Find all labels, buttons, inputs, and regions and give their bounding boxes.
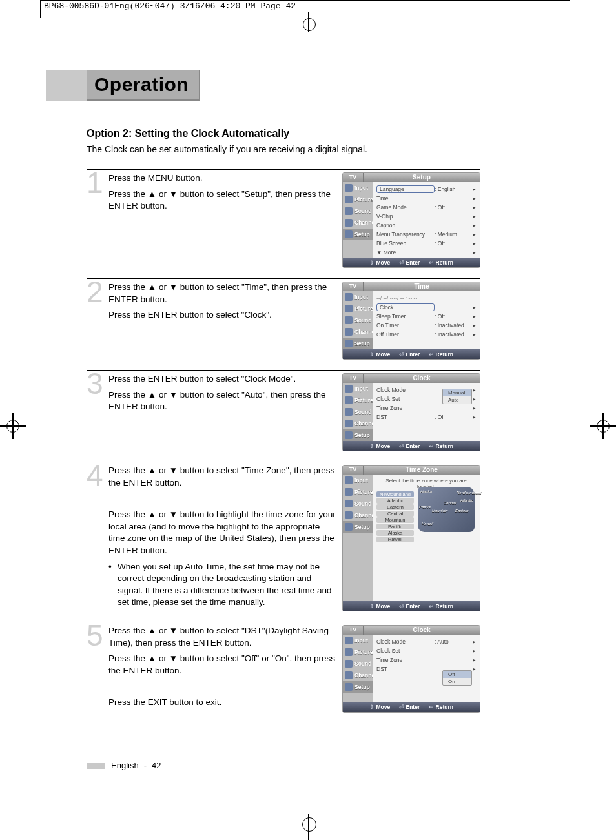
hint-enter: ⏎ Enter — [399, 603, 420, 610]
osd-side-setup: Setup — [343, 681, 373, 693]
step-body: Press the ENTER button to select "Clock … — [108, 373, 342, 451]
timezone-panel: Select the time zone where you are locat… — [376, 478, 476, 600]
osd-titlebar: TV Setup — [343, 173, 480, 182]
step: 1 Press the MENU button.Press the ▲ or ▼… — [87, 169, 480, 268]
osd-panel: --/ --/ ----/ -- : -- -- Clock ▸ Sleep T… — [373, 291, 480, 349]
osd-header-line: --/ --/ ----/ -- : -- -- — [376, 294, 476, 302]
prepress-slug: BP68-00586D-01Eng(026~047) 3/16/06 4:20 … — [44, 1, 296, 11]
osd-sidebar: InputPictureSoundChannelSetup — [343, 475, 373, 601]
osd-side-label: Picture — [354, 489, 373, 495]
map-label: Hawaii — [422, 522, 433, 526]
picture-icon — [345, 305, 353, 312]
step-text: Press the EXIT button to exit. — [108, 697, 336, 709]
osd-dropdown-option[interactable]: Auto — [443, 396, 471, 404]
hint-move: ⇕ Move — [369, 260, 390, 266]
sound-icon — [345, 660, 353, 668]
osd-dropdown-option[interactable]: Off — [443, 671, 471, 678]
osd-dropdown[interactable]: OffOn — [442, 670, 472, 686]
osd-row-val: : Medium — [435, 231, 471, 238]
picture-icon — [345, 396, 353, 404]
timezone-option[interactable]: Newfoundland — [376, 491, 414, 497]
osd-side-label: Setup — [354, 432, 370, 438]
chevron-right-icon: ▸ — [471, 414, 476, 420]
osd-row-key: Clock Set — [376, 648, 435, 654]
step-note: When you set up Auto Time, the set time … — [108, 561, 336, 610]
step-text: Press the ENTER button to select "Clock"… — [108, 309, 336, 322]
chevron-right-icon: ▸ — [471, 240, 476, 247]
map-label: Atlantic — [460, 498, 473, 502]
osd-sidebar: InputPictureSoundChannelSetup — [343, 635, 373, 702]
timezone-option[interactable]: Eastern — [376, 504, 414, 510]
osd-row-key: Menu Transparency — [376, 231, 435, 238]
osd-row: On Timer : Inactivated ▸ — [376, 322, 476, 329]
osd-side-label: Picture — [354, 397, 373, 404]
hint-enter: ⏎ Enter — [399, 443, 420, 449]
osd-row-val: : Inactivated — [435, 331, 471, 338]
picture-icon — [345, 488, 353, 496]
osd-row-key: Time — [376, 195, 435, 201]
osd-row: Clock Set ▸ — [376, 647, 476, 655]
footer-accent — [87, 763, 105, 769]
osd-panel: Language : English ▸ Time ▸ Game Mode : … — [373, 182, 480, 258]
osd-titlebar: TV Time Zone — [343, 466, 480, 475]
osd-row-val: : Auto — [435, 639, 471, 645]
sound-icon — [345, 408, 353, 416]
osd-row-val: : Off — [435, 313, 471, 320]
osd-row-val: : English — [435, 186, 471, 192]
osd-side-input: Input — [343, 475, 373, 486]
osd-row: Sleep Timer : Off ▸ — [376, 312, 476, 320]
timezone-option[interactable]: Hawaii — [376, 537, 414, 542]
timezone-option[interactable]: Atlantic — [376, 498, 414, 504]
osd-side-input: Input — [343, 635, 373, 646]
osd-row: Language : English ▸ — [376, 185, 476, 193]
osd-title: Time — [364, 282, 480, 291]
osd-row: Caption ▸ — [376, 221, 476, 229]
channel-icon — [345, 328, 353, 336]
timezone-option[interactable]: Central — [376, 511, 414, 517]
registration-mark — [590, 413, 616, 439]
timezone-option[interactable]: Alaska — [376, 530, 414, 536]
osd-row-key: Clock Mode — [376, 639, 435, 645]
step-text: Press the ▲ or ▼ button to select "Off" … — [108, 653, 336, 677]
osd-side-picture: Picture — [343, 194, 373, 205]
hint-move: ⇕ Move — [369, 704, 390, 710]
osd-side-label: Input — [354, 477, 368, 484]
channel-icon — [345, 511, 353, 519]
option-description: The Clock can be set automatically if yo… — [87, 143, 480, 155]
osd-row-key: ▼ More — [376, 249, 435, 256]
osd-side-label: Input — [354, 185, 368, 191]
osd-row-key: DST — [376, 414, 435, 420]
osd-row-key: Game Mode — [376, 204, 435, 210]
picture-icon — [345, 196, 353, 203]
step-body: Press the ▲ or ▼ button to select "DST"(… — [108, 625, 342, 713]
osd-row: V-Chip ▸ — [376, 212, 476, 220]
osd-side-label: Setup — [354, 524, 370, 530]
osd-row-key: Off Timer — [376, 331, 435, 338]
osd-row-val: : Off — [435, 414, 471, 420]
timezone-option[interactable]: Pacific — [376, 524, 414, 529]
osd-dropdown-option[interactable]: On — [443, 678, 471, 685]
osd-side-label: Sound — [354, 317, 371, 323]
setup-icon — [345, 340, 353, 347]
osd-side-label: Sound — [354, 661, 371, 667]
osd-dropdown[interactable]: ManualAuto — [442, 389, 472, 404]
osd-row-key: Language — [376, 185, 435, 193]
osd-row-key: Caption — [376, 222, 435, 229]
registration-mark — [0, 413, 26, 439]
osd-side-setup: Setup — [343, 229, 373, 240]
osd-row-key: Time Zone — [376, 657, 435, 663]
sound-icon — [345, 500, 353, 507]
us-map: Alaska Pacific Mountain Central Eastern … — [418, 487, 475, 532]
osd-side-label: Sound — [354, 500, 371, 507]
osd-side-label: Picture — [354, 196, 373, 203]
option-heading: Option 2: Setting the Clock Automaticall… — [87, 128, 480, 139]
osd-side-sound: Sound — [343, 314, 373, 326]
osd-row: Off Timer : Inactivated ▸ — [376, 331, 476, 338]
registration-mark — [302, 814, 315, 840]
osd-tv-label: TV — [343, 374, 364, 383]
chevron-right-icon: ▸ — [471, 204, 476, 210]
section-title: Operation — [87, 70, 200, 101]
timezone-option[interactable]: Mountain — [376, 517, 414, 523]
osd-dropdown-option[interactable]: Manual — [443, 389, 471, 396]
osd-side-label: Sound — [354, 409, 371, 415]
